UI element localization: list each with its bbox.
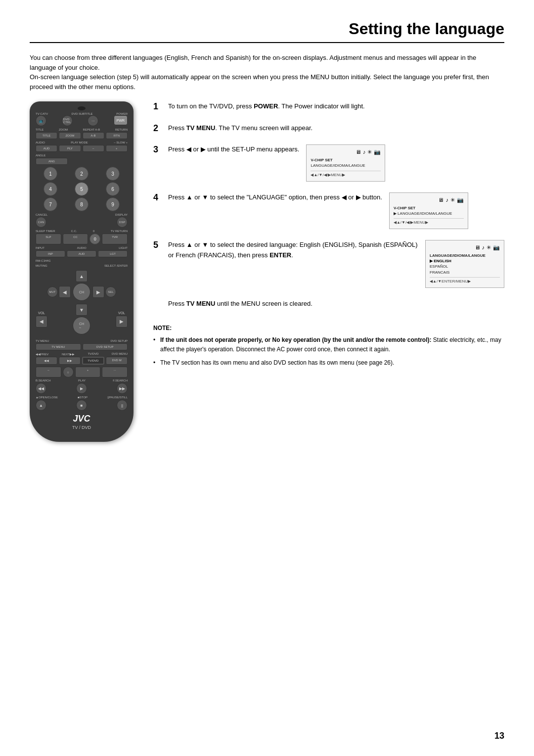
slow-label: – SLOW + (114, 141, 128, 144)
icon-chip-4: 📷 (457, 197, 464, 203)
dvd-subtitle-label: DVD SUBTITLE (72, 112, 93, 115)
repeat-btn[interactable]: A-B (83, 132, 104, 139)
num-6-btn[interactable]: 6 (106, 182, 120, 196)
tv-return-label: TV RETURN (111, 230, 128, 233)
nav-area: MUTING SELECT /ENTER ▲ MUT ◀ CH ▶ SEL (36, 264, 128, 336)
num-7-btn[interactable]: 7 (44, 197, 57, 211)
light-btn[interactable]: LGT (98, 250, 128, 257)
slow-minus-btn[interactable]: – (83, 145, 104, 152)
subtitle-btn[interactable]: ··· (88, 115, 98, 126)
icon-music-5: ♪ (482, 244, 485, 251)
plus-btn[interactable]: + (75, 367, 101, 378)
cc-btn[interactable]: CC (63, 234, 89, 244)
slow-plus-btn[interactable]: + (106, 145, 128, 152)
cancel-display-labels: CANCEL DISPLAY (36, 213, 128, 216)
minus-btn[interactable]: – (36, 367, 61, 378)
play-label: PLAY (78, 379, 86, 382)
zoom-label: ZOOM (59, 128, 68, 131)
pause-btn[interactable]: || (117, 400, 128, 411)
circle-btn[interactable]: ○ (63, 367, 74, 378)
tv-dvd-btn[interactable]: TV/DVD (82, 357, 105, 365)
vol-right-group: VOL ▶ (116, 311, 128, 328)
number-grid: 1 2 3 4 5 6 7 8 9 (36, 167, 128, 211)
num-4-btn[interactable]: 4 (44, 182, 57, 196)
icon-music-4: ♪ (445, 197, 448, 203)
power-btn[interactable]: PWR (114, 115, 128, 125)
play-btn[interactable]: ▶ (76, 383, 87, 394)
ch-center-btn[interactable]: CH– (73, 317, 90, 334)
nav-left-btn[interactable]: ◀ (59, 286, 71, 298)
select-enter-btn[interactable]: CH (73, 283, 90, 301)
vol-right-btn[interactable]: ▶ (116, 316, 128, 328)
return-label: RETURN (115, 128, 128, 131)
return-btn[interactable]: RTN (106, 132, 128, 139)
prev-btn[interactable]: ◀◀ (36, 357, 57, 365)
input-btn[interactable]: INP (36, 250, 65, 257)
sleep-btn[interactable]: SLP (36, 234, 61, 244)
icon-music: ♪ (363, 149, 366, 155)
cancel-btn[interactable]: CAN (36, 217, 46, 228)
jvc-logo: JVC (36, 414, 128, 424)
nav-up-btn[interactable]: ▲ (76, 270, 88, 282)
input-label: INPUT (36, 246, 44, 249)
audio-labels: AUDIO PLAY MODE – SLOW + (36, 141, 128, 144)
num-2-btn[interactable]: 2 (75, 167, 89, 181)
next-btn[interactable]: ▶▶ (59, 357, 81, 365)
num-9-btn[interactable]: 9 (106, 197, 120, 211)
audio-btn[interactable]: AUD (36, 145, 57, 152)
cancel-display-row: CAN DSP (36, 217, 128, 228)
open-close-btn[interactable]: ▲ (36, 400, 46, 411)
num-5-btn[interactable]: 5 (75, 182, 89, 196)
angle-label: ANGLE (36, 154, 45, 157)
remote-body: TV CATV DVD SUBTITLE POWER 📺 DVDCTRL ···… (30, 101, 134, 442)
num-8-btn[interactable]: 8 (75, 197, 89, 211)
angle-btn[interactable]: ANG (36, 158, 68, 165)
tv-return-btn[interactable]: TVR (102, 234, 128, 244)
title-btn[interactable]: TITLE (36, 132, 57, 139)
tv-label: TV CATV (36, 112, 48, 115)
zero-label: 0 (93, 230, 94, 233)
next-label: NEXT▶▶ (62, 352, 75, 356)
nav-down-btn[interactable]: ▼ (76, 304, 88, 316)
dvd-menu-btn[interactable]: DVD M (106, 357, 128, 365)
select-btn[interactable]: SEL (105, 286, 116, 297)
icon-monitor: 🖥 (356, 149, 361, 155)
num-3-btn[interactable]: 3 (106, 167, 120, 181)
nav-cross: ▲ MUT ◀ CH ▶ SEL VOL ◀ (36, 270, 128, 336)
step-3-number: 3 (153, 144, 163, 155)
step-4-number: 4 (153, 192, 163, 203)
audio3-btn[interactable]: AUD (67, 250, 96, 257)
display-btn[interactable]: DSP (117, 217, 128, 228)
bsearch-btn[interactable]: ◀◀ (36, 383, 46, 394)
screen-3-line1: V-CHIP SET (311, 157, 381, 163)
page: Setting the language You can choose from… (0, 0, 534, 756)
icon-settings-4: ✳ (450, 197, 455, 203)
stop-label: ■STOP (78, 396, 88, 399)
fsearch-btn[interactable]: ▶▶ (117, 383, 128, 394)
vol-right-label: VOL (118, 311, 125, 315)
vol-left-btn[interactable]: ◀ (36, 316, 47, 328)
select-enter-label: SELECT /ENTER (104, 264, 128, 267)
tv-catv-btn[interactable]: 📺 (36, 115, 46, 126)
dots-btn[interactable]: ··· (102, 367, 128, 378)
nav-right-btn[interactable]: ▶ (92, 286, 104, 298)
remote-control: TV CATV DVD SUBTITLE POWER 📺 DVDCTRL ···… (30, 101, 138, 442)
stop-btn[interactable]: ■ (76, 400, 87, 411)
play-mode-btn[interactable]: PLY (59, 145, 81, 152)
dvd-setup-btn[interactable]: DVD SETUP (83, 343, 128, 350)
dvd-menu-label: DVD MENU (112, 352, 128, 356)
zoom-btn[interactable]: ZOOM (59, 132, 81, 139)
step-5-number: 5 (153, 240, 163, 251)
transport-row: ◀◀ ▶▶ TV/DVD DVD M (36, 357, 128, 365)
screen-5-english: ENGLISH (430, 258, 500, 264)
vol-label: VOL (38, 311, 45, 315)
tv-menu-btn[interactable]: TV MENU (36, 343, 81, 350)
angle-label-row: ANGLE (36, 154, 128, 157)
num-0-btn[interactable]: 0 (89, 234, 100, 244)
num-1-btn[interactable]: 1 (44, 167, 57, 181)
muting-btn[interactable]: MUT (47, 286, 58, 297)
step-1-text: To turn on the TV/DVD, press POWER. The … (168, 101, 365, 112)
screen-5-line1: LANGUAGE/IDIOMA/LANGUE (430, 253, 500, 258)
dvd-control-btn[interactable]: DVDCTRL (62, 115, 73, 126)
step-4: 4 Press ▲ or ▼ to select the "LANGUAGE" … (153, 192, 504, 229)
